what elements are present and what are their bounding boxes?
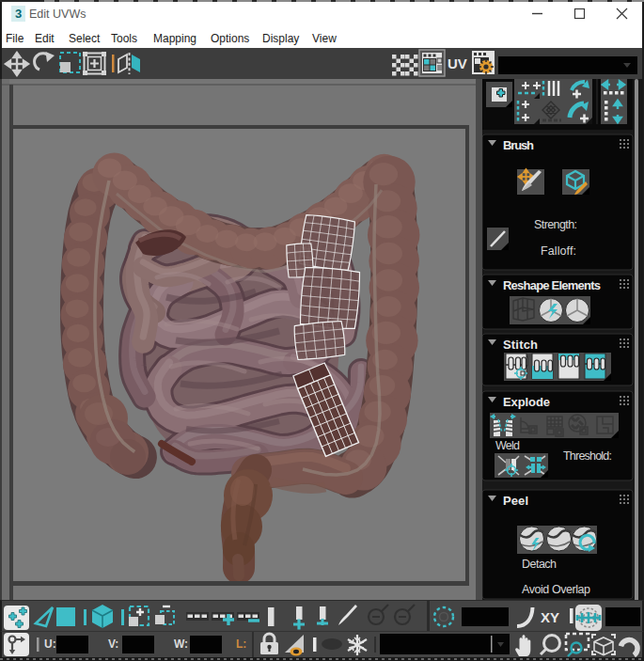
svg-text:Explode: Explode bbox=[503, 395, 550, 409]
svg-text:XY: XY bbox=[541, 609, 559, 625]
svg-text:Weld: Weld bbox=[495, 439, 520, 452]
svg-text:V:: V: bbox=[108, 637, 118, 651]
svg-text:Detach: Detach bbox=[522, 558, 557, 571]
svg-text:Reshape Elements: Reshape Elements bbox=[503, 278, 601, 292]
svg-text:U:: U: bbox=[44, 637, 56, 651]
svg-text:Avoid Overlap: Avoid Overlap bbox=[522, 583, 590, 596]
svg-text:Brush: Brush bbox=[503, 138, 534, 152]
svg-text:Threshold:: Threshold: bbox=[563, 449, 612, 463]
svg-text:Falloff:: Falloff: bbox=[541, 244, 576, 258]
svg-text:L:: L: bbox=[236, 637, 246, 651]
svg-text:Peel: Peel bbox=[503, 494, 528, 508]
svg-text:W:: W: bbox=[174, 637, 188, 651]
svg-text:UV: UV bbox=[448, 55, 467, 71]
svg-text:Stitch: Stitch bbox=[503, 338, 538, 352]
svg-text:Strength:: Strength: bbox=[534, 218, 577, 231]
